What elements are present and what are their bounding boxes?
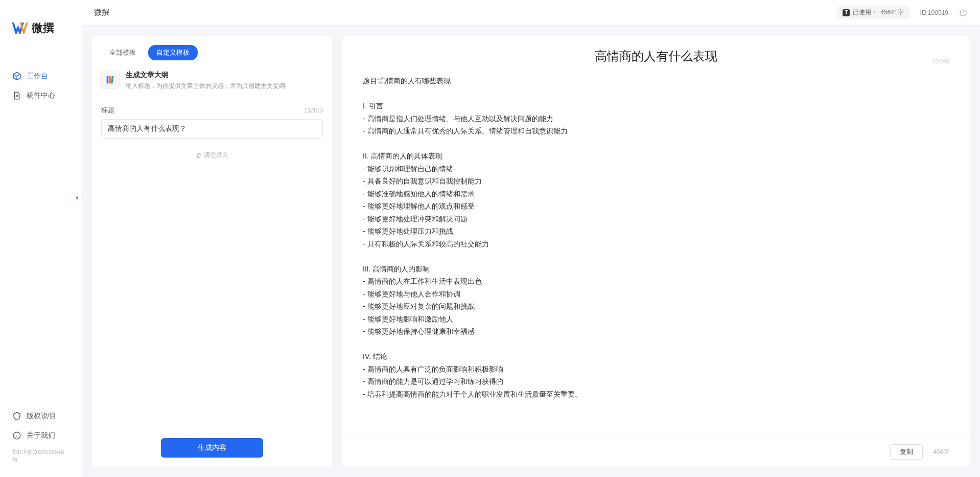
- output-title: 高情商的人有什么表现: [363, 48, 949, 64]
- clear-label: 清空录入: [204, 151, 228, 160]
- sidebar: 微撰 工作台 稿件中心 版权说明: [0, 0, 82, 477]
- page-title: 微撰: [94, 8, 826, 17]
- info-icon: [12, 431, 21, 440]
- sidebar-item-label: 关于我们: [27, 431, 55, 440]
- sidebar-item-workspace[interactable]: 工作台: [0, 66, 82, 86]
- template-info: 生成文章大纲 输入标题，为你提供文章主体的灵感，并为其创建推文提纲: [126, 71, 285, 90]
- trash-icon: [196, 152, 202, 158]
- icp-text: 鄂ICP备2022016946号: [0, 445, 82, 467]
- cube-icon: [12, 72, 21, 81]
- usage-value: 45641字: [880, 8, 903, 17]
- output-body[interactable]: 题目:高情商的人有哪些表现 I. 引言 - 高情商是指人们处理情绪、与他人互动以…: [342, 70, 970, 437]
- text-icon: T: [843, 9, 850, 16]
- clear-input-button[interactable]: 清空录入: [196, 151, 228, 160]
- nav-main: 工作台 稿件中心: [0, 51, 82, 406]
- output-panel: 高情商的人有什么表现 10/100 题目:高情商的人有哪些表现 I. 引言 - …: [342, 36, 970, 467]
- sidebar-item-drafts[interactable]: 稿件中心: [0, 86, 82, 105]
- title-counter: 11/100: [304, 107, 323, 114]
- sidebar-item-label: 工作台: [27, 72, 48, 81]
- usage-prefix: 已使用：: [853, 8, 877, 17]
- svg-rect-2: [109, 76, 111, 84]
- input-panel: 全部模板 自定义模板 生成文章大纲 输入标题，为你提供文章主体的灵感，并为其创建…: [92, 36, 332, 467]
- copy-button[interactable]: 复制: [890, 444, 923, 460]
- template-tabs: 全部模板 自定义模板: [92, 36, 332, 60]
- sidebar-item-label: 稿件中心: [27, 91, 55, 100]
- nav-bottom: 版权说明 关于我们 鄂ICP备2022016946号: [0, 406, 82, 477]
- usage-badge: T 已使用：45641字: [836, 6, 909, 19]
- shield-icon: [12, 412, 21, 421]
- output-title-counter: 10/100: [932, 58, 949, 64]
- main-area: 微撰 T 已使用：45641字 ID:100519 全部模板 自定义模板: [82, 0, 980, 477]
- svg-rect-1: [107, 76, 109, 84]
- word-count: 404字: [933, 448, 949, 457]
- svg-rect-3: [111, 76, 114, 83]
- logo-icon: [12, 20, 28, 36]
- books-icon: [101, 71, 120, 89]
- topbar: 微撰 T 已使用：45641字 ID:100519: [82, 0, 980, 26]
- title-label: 标题: [101, 106, 114, 115]
- template-name: 生成文章大纲: [126, 71, 285, 80]
- power-icon[interactable]: [959, 8, 968, 17]
- brand-logo: 微撰: [0, 15, 82, 51]
- tab-custom-templates[interactable]: 自定义模板: [148, 45, 198, 60]
- title-input[interactable]: [101, 119, 323, 139]
- output-header: 高情商的人有什么表现 10/100: [342, 36, 970, 70]
- template-desc: 输入标题，为你提供文章主体的灵感，并为其创建推文提纲: [126, 82, 285, 90]
- generate-button[interactable]: 生成内容: [161, 438, 263, 458]
- document-icon: [12, 91, 21, 100]
- sidebar-item-label: 版权说明: [27, 412, 55, 421]
- title-field-section: 标题 11/100: [92, 101, 332, 144]
- sidebar-item-copyright[interactable]: 版权说明: [0, 406, 82, 426]
- brand-name: 微撰: [32, 20, 54, 36]
- sidebar-item-about[interactable]: 关于我们: [0, 426, 82, 445]
- output-footer: 复制 404字: [342, 437, 970, 467]
- tab-all-templates[interactable]: 全部模板: [101, 45, 144, 60]
- user-id: ID:100519: [920, 9, 948, 16]
- content-area: 全部模板 自定义模板 生成文章大纲 输入标题，为你提供文章主体的灵感，并为其创建…: [82, 26, 980, 477]
- template-card: 生成文章大纲 输入标题，为你提供文章主体的灵感，并为其创建推文提纲: [92, 60, 332, 101]
